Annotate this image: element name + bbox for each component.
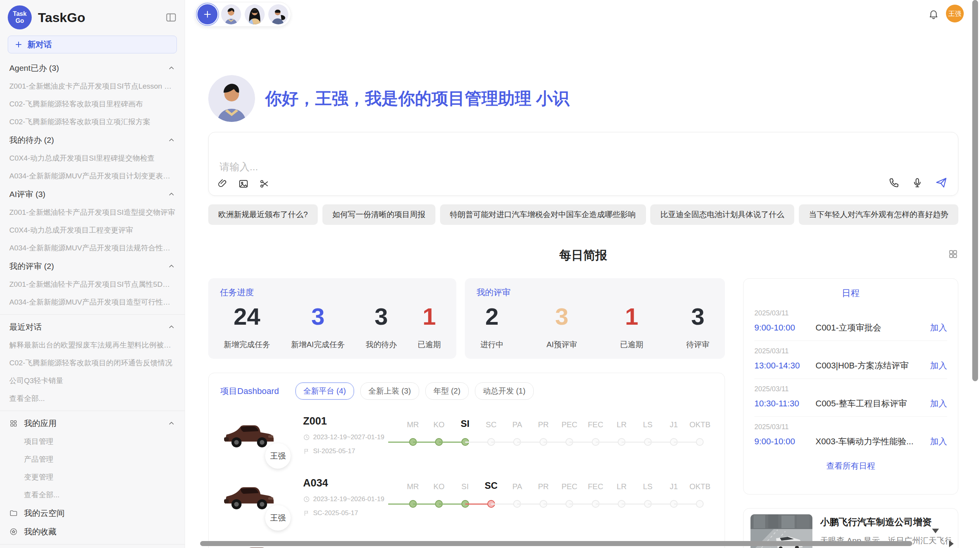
new-chat-button[interactable]: 新对话 [8, 36, 177, 53]
sidebar-item-favorites[interactable]: 我的收藏 [0, 522, 185, 541]
scroll-right-arrow[interactable] [949, 540, 954, 547]
suggestion-chip[interactable]: 当下年轻人对汽车外观有怎样的喜好趋势 [799, 204, 958, 225]
sidebar-item[interactable]: A034-全新新能源MUV产品开发项目造型可行性评审 [0, 293, 185, 311]
assistant-avatar-3[interactable] [268, 4, 288, 24]
schedule-event: 2025/03/119:00-10:00X003-车辆动力学性能验...加入 [754, 417, 947, 454]
stat-label: 新增完成任务 [224, 339, 270, 350]
project-row: 王强Z0012023-12-19~2027-01-19SI-2025-05-17… [220, 415, 713, 462]
composer-actions [888, 176, 948, 189]
stat-row: 24新增完成任务3新增AI完成任务3我的待办1已逾期 [220, 302, 445, 350]
sidebar-item[interactable]: Z001-全新燃油轻卡产品开发项目SI节点属性5D文件评审 [0, 276, 185, 293]
sidebar-section-2-header[interactable]: AI评审 (3) [0, 185, 185, 204]
chevron-up-icon[interactable] [168, 190, 175, 198]
sidebar-item[interactable]: C02-飞腾新能源轻客改款项目立项汇报方案 [0, 113, 185, 131]
recent-chat-item[interactable]: 查看全部... [0, 390, 185, 408]
sidebar-item[interactable]: A034-全新新能源MUV产品开发项目法规符合性评审 [0, 239, 185, 257]
sidebar-item[interactable]: C0X4-动力总成开发项目SI里程碑提交物检查 [0, 149, 185, 167]
milestone-label: J1 [670, 479, 678, 491]
suggestion-chip[interactable]: 比亚迪全固态电池计划具体说了什么 [650, 204, 794, 225]
horizontal-scrollbar-thumb[interactable] [200, 541, 912, 546]
milestone-label: PEC [562, 417, 577, 429]
stat-card: 任务进度24新增完成任务3新增AI完成任务3我的待办1已逾期 [208, 278, 456, 359]
sidebar-item[interactable]: C02-飞腾新能源轻客改款项目里程碑画布 [0, 95, 185, 113]
attachment-icon[interactable] [217, 178, 228, 189]
sidebar-section-3-header[interactable]: 我的评审 (2) [0, 257, 185, 276]
add-assistant-button[interactable] [197, 4, 218, 24]
sidebar-collapse-icon[interactable] [165, 12, 177, 23]
chevron-up-icon[interactable] [168, 64, 175, 72]
event-name: X003-车辆动力学性能验... [816, 436, 925, 447]
sidebar-item[interactable]: A034-全新新能源MUV产品开发项目计划变更表编写 [0, 167, 185, 185]
project-image: 王强 [220, 477, 285, 524]
join-link[interactable]: 加入 [930, 436, 947, 447]
sidebar-section-0-header[interactable]: Agent已办 (3) [0, 59, 185, 77]
join-link[interactable]: 加入 [930, 360, 947, 372]
chevron-up-icon[interactable] [168, 323, 175, 331]
project-code[interactable]: A034 [303, 477, 396, 489]
recent-chat-item[interactable]: 公司Q3轻卡销量 [0, 372, 185, 390]
dashboard-title: 项目Dashboard [220, 385, 279, 397]
sidebar-item-cloud-space[interactable]: 我的云空间 [0, 504, 185, 522]
suggestion-chip[interactable]: 如何写一份清晰的项目周报 [322, 204, 435, 225]
sidebar-recent-header[interactable]: 最近对话 [0, 318, 185, 336]
schedule-event: 2025/03/1113:00-14:30C003|H0B-方案冻结评审加入 [754, 341, 947, 379]
app-link[interactable]: 项目管理 [0, 433, 185, 450]
milestone-label: LR [617, 417, 627, 429]
app-link[interactable]: 产品管理 [0, 450, 185, 468]
microphone-icon[interactable] [911, 177, 923, 188]
sidebar-section-1-header[interactable]: 我的待办 (2) [0, 131, 185, 149]
divider [0, 411, 185, 411]
chevron-up-icon[interactable] [168, 420, 175, 427]
send-icon[interactable] [935, 176, 948, 189]
chat-input[interactable] [209, 132, 958, 175]
app-logo: Task Go [8, 5, 32, 29]
app-link[interactable]: 变更管理 [0, 468, 185, 486]
vertical-scrollbar-thumb[interactable] [972, 0, 978, 381]
sidebar-item[interactable]: Z001-全新燃油轻卡产品开发项目SI造型提交物评审 [0, 204, 185, 221]
sidebar-item[interactable]: Z001-全新燃油皮卡产品开发项目SI节点Lesson Learn报告 [0, 77, 185, 95]
app-link[interactable]: 查看全部... [0, 486, 185, 504]
project-flag-text: SI-2025-05-17 [313, 447, 355, 455]
recent-chat-item[interactable]: 解释最新出台的欧盟报废车法规再生塑料比例被调至15%... [0, 336, 185, 354]
assistant-avatar-2[interactable] [245, 4, 265, 24]
stat-value: 3 [686, 302, 709, 331]
dashboard-tab[interactable]: 年型 (2) [425, 382, 469, 400]
join-link[interactable]: 加入 [930, 398, 947, 409]
assistant-avatar-1[interactable] [221, 4, 241, 24]
project-code[interactable]: Z001 [303, 415, 396, 427]
chevron-up-icon[interactable] [168, 262, 175, 270]
project-image: 王强 [220, 415, 285, 462]
sidebar-item-my-apps[interactable]: 我的应用 [0, 414, 185, 433]
project-flag: SI-2025-05-17 [303, 447, 396, 455]
scroll-down-arrow[interactable] [932, 529, 939, 533]
milestone-dot[interactable] [696, 438, 704, 446]
greeting-text: 你好，王强，我是你的项目管理助理 小识 [265, 87, 569, 110]
event-date: 2025/03/11 [754, 347, 947, 355]
user-avatar[interactable]: 王强 [946, 5, 964, 22]
stat-value: 2 [480, 302, 504, 331]
milestone-label: OKTB [689, 417, 710, 429]
dashboard-tab[interactable]: 全新上装 (3) [360, 382, 419, 400]
view-all-schedule-link[interactable]: 查看所有日程 [754, 461, 947, 471]
voice-call-icon[interactable] [888, 177, 900, 188]
suggestion-chip[interactable]: 特朗普可能对进口汽车增税会对中国车企造成哪些影响 [440, 204, 646, 225]
project-list: 王强Z0012023-12-19~2027-01-19SI-2025-05-17… [220, 415, 713, 524]
dashboard-tab[interactable]: 动总开发 (1) [475, 382, 534, 400]
layout-grid-icon[interactable] [948, 249, 958, 259]
schedule-card: 日程 2025/03/119:00-10:00C001-立项审批会加入2025/… [743, 278, 958, 495]
stat-card-title: 我的评审 [476, 287, 713, 298]
recent-chat-item[interactable]: C02-飞腾新能源轻客改款项目的闭环通告反馈情况 [0, 354, 185, 372]
screenshot-scissors-icon[interactable] [259, 178, 270, 189]
milestone-dot[interactable] [696, 500, 704, 508]
image-upload-icon[interactable] [238, 178, 249, 189]
stat: 24新增完成任务 [224, 302, 270, 350]
dashboard-tab[interactable]: 全新平台 (4) [295, 382, 354, 400]
suggestion-chip[interactable]: 欧洲新规最近颁布了什么? [208, 204, 318, 225]
sidebar-item[interactable]: C0X4-动力总成开发项目工程变更评审 [0, 221, 185, 239]
notification-bell-icon[interactable] [928, 9, 939, 19]
milestone-label: PA [512, 479, 522, 491]
join-link[interactable]: 加入 [930, 322, 947, 334]
clock-icon [303, 434, 310, 441]
milestone-label: SI [461, 417, 469, 429]
chevron-up-icon[interactable] [168, 136, 175, 144]
